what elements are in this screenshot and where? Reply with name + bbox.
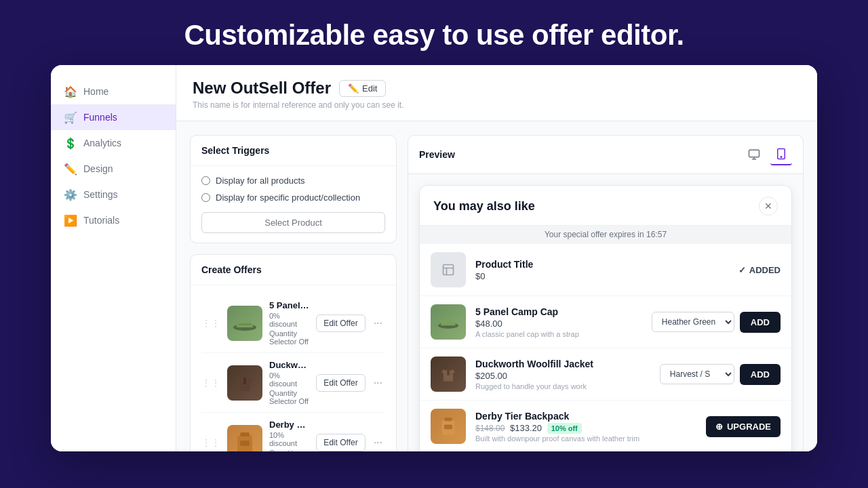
offer-selector-hat: Quantity Selector Off xyxy=(269,329,309,346)
offer-img-backpack xyxy=(227,425,262,452)
discount-badge-backpack: 10% off xyxy=(547,423,582,434)
sidebar-item-design-label: Design xyxy=(83,163,113,174)
offer-actions-jacket: Edit Offer ··· xyxy=(316,374,385,392)
mobile-view-button[interactable] xyxy=(770,144,792,165)
content-body: Select Triggers Display for all products… xyxy=(176,121,817,451)
variant-select-jacket[interactable]: Harvest / S xyxy=(660,364,734,384)
add-jacket-button[interactable]: ADD xyxy=(740,364,781,385)
svg-rect-1 xyxy=(238,323,252,325)
timer-bar: Your special offer expires in 16:57 xyxy=(420,225,791,243)
triggers-section: Display for all products Display for spe… xyxy=(191,166,396,243)
funnels-icon: 🛒 xyxy=(64,111,77,123)
sidebar-item-home[interactable]: 🏠 Home xyxy=(51,79,176,104)
check-icon: ✓ xyxy=(738,265,746,275)
preview-panel: Preview xyxy=(408,135,804,451)
modal-title: You may also like xyxy=(433,199,535,214)
radio-specific-product-input[interactable] xyxy=(201,193,210,202)
tutorials-icon: ▶️ xyxy=(64,214,77,226)
sidebar: 🏠 Home 🛒 Funnels 💲 Analytics ✏️ Design ⚙… xyxy=(51,65,176,451)
product-row-placeholder: Product Title $0 ✓ ADDED xyxy=(420,243,791,296)
content-subtitle: This name is for internal reference and … xyxy=(193,100,801,110)
close-icon: ✕ xyxy=(764,201,772,211)
radio-all-products-input[interactable] xyxy=(201,176,210,185)
product-info-hat: 5 Panel Camp Cap $48.00 A classic panel … xyxy=(475,306,642,338)
product-thumb-hat xyxy=(431,304,466,340)
offers-card: Create Offers ⋮⋮ xyxy=(190,254,397,451)
drag-handle-hat[interactable]: ⋮⋮ xyxy=(201,318,220,329)
svg-rect-12 xyxy=(444,424,452,429)
radio-all-products[interactable]: Display for all products xyxy=(201,176,385,186)
preview-controls xyxy=(743,144,792,165)
sidebar-item-funnels[interactable]: 🛒 Funnels xyxy=(51,104,176,130)
sidebar-item-tutorials[interactable]: ▶️ Tutorials xyxy=(51,207,176,233)
product-desc-backpack: Built with downpour proof canvas with le… xyxy=(475,434,696,443)
product-price-orig-backpack: $148.00 xyxy=(475,424,505,433)
offer-actions-hat: Edit Offer ··· xyxy=(316,314,385,332)
edit-button[interactable]: ✏️ Edit xyxy=(339,80,386,97)
drag-handle-backpack[interactable]: ⋮⋮ xyxy=(201,437,220,448)
product-price-hat: $48.00 xyxy=(475,319,642,329)
triggers-card: Select Triggers Display for all products… xyxy=(190,135,397,243)
more-backpack-button[interactable]: ··· xyxy=(371,435,385,450)
sidebar-item-design[interactable]: ✏️ Design xyxy=(51,156,176,182)
product-info-backpack: Derby Tier Backpack $148.00 $133.20 10% … xyxy=(475,411,696,443)
add-hat-button[interactable]: ADD xyxy=(740,312,781,333)
radio-specific-product[interactable]: Display for specific product/collection xyxy=(201,192,385,203)
variant-select-hat[interactable]: Heather Green xyxy=(652,312,734,332)
offer-name-jacket: Duckworth Woolfill Jacket xyxy=(269,360,309,370)
sidebar-item-settings[interactable]: ⚙️ Settings xyxy=(51,182,176,207)
product-name-placeholder: Product Title xyxy=(475,259,729,270)
desktop-view-button[interactable] xyxy=(743,144,765,165)
offers-header: Create Offers xyxy=(191,255,396,285)
svg-rect-5 xyxy=(749,150,760,157)
preview-label: Preview xyxy=(419,149,455,160)
sidebar-item-settings-label: Settings xyxy=(83,189,118,200)
added-badge: ✓ ADDED xyxy=(738,265,781,275)
more-jacket-button[interactable]: ··· xyxy=(371,375,385,390)
preview-modal: You may also like ✕ Your special offer e… xyxy=(419,185,792,451)
product-row-hat: 5 Panel Camp Cap $48.00 A classic panel … xyxy=(420,296,791,348)
product-row-jacket: Duckworth Woolfill Jacket $205.00 Rugged… xyxy=(420,348,791,400)
content-header: New OutSell Offer ✏️ Edit This name is f… xyxy=(176,65,817,121)
sidebar-item-analytics[interactable]: 💲 Analytics xyxy=(51,130,176,156)
product-thumb-backpack xyxy=(431,409,466,444)
radio-specific-product-label: Display for specific product/collection xyxy=(216,192,360,203)
offer-details-backpack: Derby Tier Backpack 10% discount Quantit… xyxy=(269,420,309,451)
radio-all-products-label: Display for all products xyxy=(216,176,305,186)
offer-img-jacket xyxy=(227,365,262,401)
sidebar-item-analytics-label: Analytics xyxy=(83,138,121,148)
select-product-button[interactable]: Select Product xyxy=(201,212,385,233)
drag-handle-jacket[interactable]: ⋮⋮ xyxy=(201,378,220,388)
upgrade-icon: ⊕ xyxy=(715,422,723,432)
sidebar-item-tutorials-label: Tutorials xyxy=(83,215,119,226)
more-hat-button[interactable]: ··· xyxy=(371,316,385,331)
design-icon: ✏️ xyxy=(64,163,77,175)
analytics-icon: 💲 xyxy=(64,137,77,149)
offers-list: ⋮⋮ 5 Panel Camp Cap xyxy=(191,285,396,451)
edit-offer-hat-button[interactable]: Edit Offer xyxy=(316,314,365,332)
sidebar-item-home-label: Home xyxy=(83,86,108,97)
product-desc-hat: A classic panel cap with a strap xyxy=(475,330,642,338)
product-name-backpack: Derby Tier Backpack xyxy=(475,411,696,422)
settings-icon: ⚙️ xyxy=(64,188,77,201)
upgrade-button[interactable]: ⊕ UPGRADE xyxy=(706,416,781,437)
offer-item-backpack: ⋮⋮ Derby Tier Backpack xyxy=(201,413,385,451)
preview-content: You may also like ✕ Your special offer e… xyxy=(408,174,803,451)
page-wrapper: Customizable easy to use offer editor. 🏠… xyxy=(0,0,868,451)
added-label: ADDED xyxy=(749,265,781,275)
preview-header: Preview xyxy=(408,136,803,174)
edit-offer-jacket-button[interactable]: Edit Offer xyxy=(316,374,365,392)
modal-header: You may also like ✕ xyxy=(420,186,791,225)
sidebar-item-funnels-label: Funnels xyxy=(83,112,117,123)
svg-rect-11 xyxy=(444,418,452,421)
page-header: Customizable easy to use offer editor. xyxy=(0,0,868,65)
edit-offer-backpack-button[interactable]: Edit Offer xyxy=(316,434,365,451)
app-container: 🏠 Home 🛒 Funnels 💲 Analytics ✏️ Design ⚙… xyxy=(51,65,817,451)
product-info-jacket: Duckworth Woolfill Jacket $205.00 Rugged… xyxy=(475,359,650,390)
triggers-header: Select Triggers xyxy=(191,136,396,166)
modal-close-button[interactable]: ✕ xyxy=(759,197,778,216)
product-name-jacket: Duckworth Woolfill Jacket xyxy=(475,359,650,369)
offer-selector-backpack: Quantity Selector Off xyxy=(269,449,309,451)
offer-item-jacket: ⋮⋮ Duckworth Woolfill Jacket 0% d xyxy=(201,353,385,413)
home-icon: 🏠 xyxy=(64,85,77,98)
